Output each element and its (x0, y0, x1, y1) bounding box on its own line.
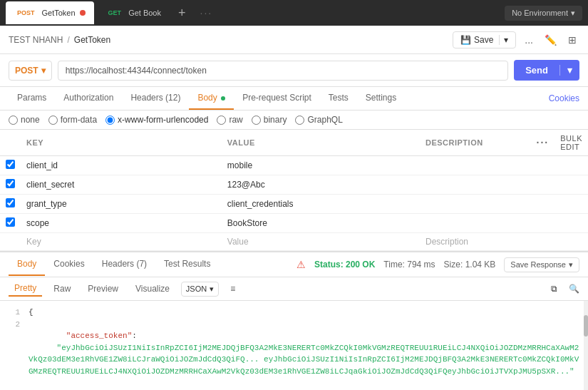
table-more-icon[interactable]: ··· (537, 137, 550, 148)
body-type-graphql[interactable]: GraphQL (295, 115, 342, 125)
method-selector[interactable]: POST ▾ (9, 61, 52, 81)
more-actions-button[interactable]: ... (522, 31, 536, 48)
radio-binary[interactable] (252, 116, 261, 125)
error-indicator-icon: ⚠ (296, 259, 306, 270)
status-code: Status: 200 OK (314, 260, 375, 270)
tab-body[interactable]: Body (189, 87, 234, 110)
tab-headers[interactable]: Headers (12) (122, 87, 189, 110)
save-dropdown-icon[interactable]: ▾ (499, 35, 508, 45)
request-tabs: Params Authorization Headers (12) Body P… (0, 87, 588, 111)
edit-button[interactable]: ✏️ (542, 31, 559, 48)
row-desc[interactable] (420, 156, 531, 175)
format-visualize-button[interactable]: Visualize (130, 282, 175, 296)
copy-icon[interactable]: ⧉ (551, 284, 557, 294)
add-row-key[interactable]: Key (21, 233, 222, 251)
radio-form-data[interactable] (48, 116, 58, 125)
tab-authorization[interactable]: Authorization (55, 87, 122, 110)
radio-none[interactable] (9, 116, 18, 125)
row-extra (555, 195, 588, 214)
row-key[interactable]: scope (21, 214, 222, 233)
save-response-button[interactable]: Save Response ▾ (504, 257, 579, 272)
body-type-none[interactable]: none (9, 115, 40, 125)
resp-tab-body[interactable]: Body (9, 253, 45, 276)
bulk-edit-button[interactable]: Bulk Edit (560, 134, 582, 151)
tab-settings[interactable]: Settings (357, 87, 405, 110)
row-desc[interactable] (420, 175, 531, 195)
tab-params[interactable]: Params (9, 87, 55, 110)
resp-tab-cookies[interactable]: Cookies (45, 253, 93, 276)
tab-tests[interactable]: Tests (320, 87, 357, 110)
row-value[interactable]: mobile (222, 156, 420, 175)
row-checkbox[interactable] (6, 160, 15, 169)
format-preview-button[interactable]: Preview (82, 282, 124, 296)
url-input[interactable] (58, 61, 509, 81)
table-row: client_id mobile (0, 156, 588, 175)
cookies-link[interactable]: Cookies (549, 93, 579, 103)
row-key[interactable]: grant_type (21, 195, 222, 214)
radio-graphql[interactable] (295, 116, 304, 125)
add-row-value[interactable]: Value (222, 233, 420, 251)
row-actions (531, 214, 555, 233)
send-dropdown-icon[interactable]: ▾ (559, 65, 579, 76)
environment-selector[interactable]: No Environment ▾ (505, 6, 582, 21)
bulk-edit-cell: Bulk Edit (555, 130, 588, 156)
scroll-thumb[interactable] (584, 315, 588, 337)
row-actions (531, 175, 555, 195)
row-checkbox-cell[interactable] (0, 214, 21, 233)
layout-button[interactable]: ⊞ (565, 31, 579, 48)
row-checkbox[interactable] (6, 198, 15, 207)
row-checkbox-cell[interactable] (0, 195, 21, 214)
row-checkbox-cell[interactable] (0, 156, 21, 175)
row-desc[interactable] (420, 195, 531, 214)
code-line-2: 2 "access_token": "eyJhbGciOiJSUzI1NiIsI… (9, 319, 579, 389)
params-table-container: KEY VALUE DESCRIPTION ··· Bulk Edit clie… (0, 130, 588, 252)
row-value[interactable]: 123@Abc (222, 175, 420, 195)
tab-get-book[interactable]: GET Get Book (97, 1, 170, 24)
row-checkbox-cell[interactable] (0, 175, 21, 195)
format-pretty-button[interactable]: Pretty (9, 281, 42, 297)
col-key-header: KEY (21, 130, 222, 156)
radio-urlencoded[interactable] (105, 116, 115, 125)
method-chevron-icon: ▾ (41, 66, 46, 76)
search-response-icon[interactable]: 🔍 (569, 284, 579, 294)
table-row: scope BookStore (0, 214, 588, 233)
response-time: Time: 794 ms (383, 260, 435, 270)
row-checkbox[interactable] (6, 217, 15, 227)
col-value-header: VALUE (222, 130, 420, 156)
tab-post-gettoken[interactable]: POST GetToken (6, 1, 94, 24)
row-desc[interactable] (420, 214, 531, 233)
body-type-raw[interactable]: raw (217, 115, 242, 125)
body-type-form-data[interactable]: form-data (48, 115, 97, 125)
breadcrumb-collection[interactable]: TEST NHANH (9, 35, 63, 45)
row-key[interactable]: client_id (21, 156, 222, 175)
line-number-2: 2 (9, 319, 20, 389)
scrollbar[interactable] (584, 301, 588, 390)
row-value[interactable]: client_credentials (222, 195, 420, 214)
tab-modified-dot (80, 10, 86, 16)
save-button[interactable]: 💾 Save ▾ (453, 31, 516, 48)
tabs-more-button[interactable]: ··· (195, 7, 219, 19)
send-label: Send (514, 65, 559, 76)
row-key[interactable]: client_secret (21, 175, 222, 195)
sort-icon[interactable]: ≡ (230, 284, 235, 294)
add-row-desc[interactable]: Description (420, 233, 531, 251)
body-type-binary[interactable]: binary (252, 115, 287, 125)
row-actions (531, 156, 555, 175)
response-format-bar: Pretty Raw Preview Visualize JSON ▾ ≡ ⧉ … (0, 277, 588, 301)
format-type-selector[interactable]: JSON ▾ (181, 282, 219, 297)
send-button[interactable]: Send ▾ (514, 60, 579, 81)
new-tab-button[interactable]: + (172, 6, 192, 21)
resp-tab-test-results[interactable]: Test Results (155, 253, 219, 276)
save-response-label: Save Response (510, 260, 566, 269)
url-bar: POST ▾ Send ▾ (0, 54, 588, 87)
resp-tab-headers[interactable]: Headers (7) (93, 253, 155, 276)
resp-tab-body-label: Body (17, 259, 36, 269)
radio-raw[interactable] (217, 116, 226, 125)
tab-prerequest[interactable]: Pre-request Script (234, 87, 320, 110)
body-type-urlencoded[interactable]: x-www-form-urlencoded (105, 115, 208, 125)
row-checkbox[interactable] (6, 179, 15, 188)
add-row-extra (555, 233, 588, 251)
format-raw-button[interactable]: Raw (48, 282, 76, 296)
col-desc-header: DESCRIPTION (420, 130, 531, 156)
row-value[interactable]: BookStore (222, 214, 420, 233)
